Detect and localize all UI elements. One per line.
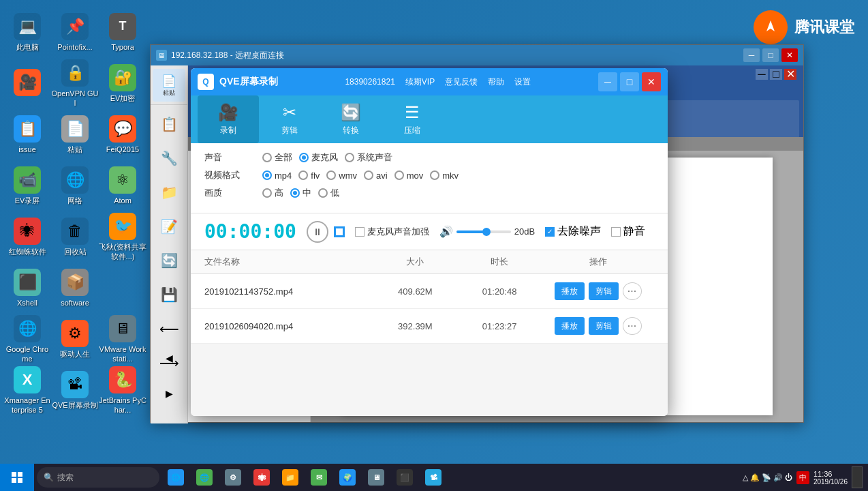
desktop-icon-issue[interactable]: 📋 issue [3,109,51,160]
sidebar-icon-3[interactable]: 📁 [153,176,185,209]
sidebar-nav-right[interactable]: ▶ [153,377,185,410]
audio-mic-radio [299,153,309,162]
mic-boost-checkbox-item[interactable]: 麦克风声音加强 [355,226,429,238]
desktop-icon-typora[interactable]: T Typora [99,7,146,58]
desktop-icon-label: JetBrains PyChar... [99,396,146,414]
remote-close-button[interactable]: ✕ [781,48,798,62]
word-minimize-btn[interactable]: ─ [756,69,768,80]
stop-button[interactable] [334,226,345,237]
desktop-icon-xshell[interactable]: ⬛ Xshell [3,263,51,314]
format-mov-option[interactable]: mov [394,170,424,181]
desktop-icon-network[interactable]: 🌐 网络 [51,160,99,211]
toolbar-record-button[interactable]: 🎥 录制 [198,95,259,143]
taskbar-app-media[interactable]: 📽 [420,464,447,491]
play-button-2[interactable]: 播放 [555,317,585,335]
taskbar-search[interactable]: 🔍 搜索 [37,467,159,488]
desktop-icon-vmware[interactable]: 🖥 VMware Workstati... [99,314,146,365]
remote-sidebar: 📄 粘贴 📋 🔧 📁 📝 🔄 💾 ⟵ ⟶ ◀ ▶ [151,65,188,423]
toolbar-edit-button[interactable]: ✂ 剪辑 [259,95,320,143]
sidebar-icon-2[interactable]: 🔧 [153,142,185,175]
volume-thumb[interactable] [482,228,491,236]
sidebar-paste-icon[interactable]: 📄 粘贴 [153,69,185,102]
volume-slider[interactable] [456,230,511,233]
pause-button[interactable]: ⏸ [307,221,328,243]
audio-all-option[interactable]: 全部 [262,151,292,164]
desktop-icon-feiq[interactable]: 💬 FeiQ2015 [99,109,146,160]
taskbar-app-terminal[interactable]: ⬛ [391,464,418,491]
qve-vip-button[interactable]: 续期VIP [405,76,435,88]
desktop-icon-chrome[interactable]: 🌐 Google Chrome [3,314,51,365]
show-desktop-button[interactable] [852,466,863,488]
desktop-icon-software[interactable]: 📦 software [51,263,99,314]
mute-item[interactable]: 静音 [611,224,645,239]
toolbar-convert-button[interactable]: 🔄 转换 [320,95,382,143]
tencent-logo: 腾讯课堂 [754,10,854,44]
sidebar-icon-5[interactable]: 🔄 [153,244,185,277]
desktop-icon-qve[interactable]: 📽 QVE屏幕录制 [51,365,99,416]
desktop-icon-ev-record[interactable]: 📹 EV录屏 [3,160,51,211]
format-mkv-option[interactable]: mkv [430,170,459,181]
sidebar-icon-4[interactable]: 📝 [153,210,185,243]
desktop-icon-record[interactable]: 🎥 [3,58,51,109]
header-action: 操作 [542,256,654,268]
desktop-icon-pointofix[interactable]: 📌 Pointofix... [51,7,99,58]
remote-titlebar: 🖥 192.168.32.188 - 远程桌面连接 ─ □ ✕ [151,45,803,65]
desktop-icon-recycle[interactable]: 🗑 回收站 [51,211,99,263]
mute-label: 静音 [623,224,645,239]
format-wmv-option[interactable]: wmv [326,170,357,181]
qve-close-button[interactable]: ✕ [642,72,661,91]
sidebar-icon-1[interactable]: 📋 [153,108,185,140]
taskbar-language-indicator[interactable]: 中 [796,471,809,484]
desktop-icon-driver[interactable]: ⚙ 驱动人生 [51,314,99,365]
word-close-btn[interactable]: ✕ [784,69,796,80]
qve-help-button[interactable]: 帮助 [488,76,504,88]
desktop-icon-pycharm[interactable]: 🐍 JetBrains PyChar... [99,365,146,416]
taskbar-app-remote[interactable]: 🖥 [362,464,390,491]
taskbar-app-network[interactable]: 🌐 [162,464,189,491]
noise-cancel-item[interactable]: ✓ 去除噪声 [545,224,601,239]
taskbar-app-spider[interactable]: 🕷 [248,464,275,491]
desktop-icon-openvpn[interactable]: 🔒 OpenVPN GUI [51,58,99,109]
sidebar-nav-left[interactable]: ◀ [153,342,185,374]
taskbar-app-folder[interactable]: 📁 [277,464,304,491]
edit-button-2[interactable]: 剪辑 [589,317,619,335]
remote-minimize-button[interactable]: ─ [743,48,760,62]
taskbar-app-settings[interactable]: ⚙ [219,464,247,491]
desktop-icon-spider[interactable]: 🕷 红蜘蛛软件 [3,211,51,263]
audio-system-option[interactable]: 系统声音 [345,151,392,164]
qve-minimize-button[interactable]: ─ [598,72,617,91]
qve-phone: 18390261821 [345,77,394,87]
desktop-icon-label: 红蜘蛛软件 [9,248,46,256]
play-button-1[interactable]: 播放 [555,282,585,300]
format-avi-option[interactable]: avi [364,170,388,181]
desktop-icon-ev-encrypt[interactable]: 🔐 EV加密 [99,58,146,109]
start-button[interactable] [0,464,34,491]
more-button-2[interactable]: ··· [623,317,642,335]
word-maximize-btn[interactable]: □ [770,69,782,80]
more-button-1[interactable]: ··· [623,282,642,300]
qve-app-icon: Q [198,74,214,90]
desktop-icon-computer[interactable]: 💻 此电脑 [3,7,51,58]
format-mp4-option[interactable]: mp4 [262,170,292,181]
desktop-icon-xmanager[interactable]: X Xmanager Enterprise 5 [3,365,51,416]
toolbar-compress-button[interactable]: ☰ 压缩 [382,95,443,143]
sidebar-icon-6[interactable]: 💾 [153,278,185,311]
desktop-icon-paste[interactable]: 📄 粘贴 [51,109,99,160]
quality-high-option[interactable]: 高 [262,187,283,199]
taskbar-app-chrome[interactable]: 🌐 [191,464,218,491]
taskbar-app-mail[interactable]: ✉ [305,464,332,491]
desktop-icon-feiqiu[interactable]: 🐦 飞秋(资料共享软件...) [99,211,146,263]
qve-settings-button[interactable]: 设置 [514,76,531,88]
quality-low-option[interactable]: 低 [318,187,339,199]
audio-mic-option[interactable]: 麦克风 [299,151,338,164]
taskbar-app-browser[interactable]: 🌍 [334,464,361,491]
format-flv-option[interactable]: flv [298,170,320,181]
taskbar-right: △ 🔔 📡 🔊 ⏻ 中 11:36 2019/10/26 [743,466,868,488]
qve-maximize-button[interactable]: □ [620,72,639,91]
edit-button-1[interactable]: 剪辑 [589,282,619,300]
remote-maximize-button[interactable]: □ [762,48,779,62]
qve-feedback-button[interactable]: 意见反馈 [445,76,478,88]
quality-mid-option[interactable]: 中 [290,187,311,199]
desktop-icon-atom[interactable]: ⚛ Atom [99,160,146,211]
sidebar-icon-7[interactable]: ⟵ [153,312,185,345]
